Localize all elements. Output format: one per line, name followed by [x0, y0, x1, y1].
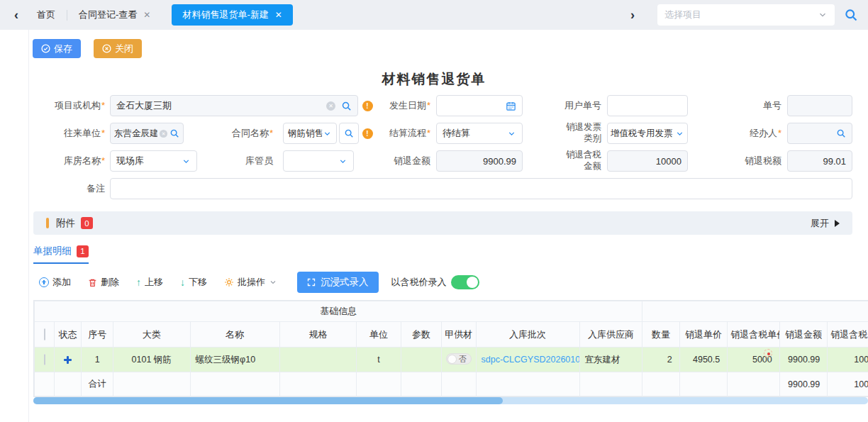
row-supplier-cell[interactable]: 宜东建材: [579, 348, 642, 372]
tabs-scroll-left-icon[interactable]: ‹: [7, 0, 26, 30]
amount-value: 9900.99: [483, 156, 516, 167]
tax-entry-toggle[interactable]: [451, 275, 479, 289]
header-status: 状态: [55, 322, 82, 348]
header-owner-supplied: 甲供材: [442, 322, 476, 348]
checkbox-icon[interactable]: [44, 354, 45, 365]
remark-field[interactable]: [110, 178, 852, 199]
date-field[interactable]: [436, 95, 523, 116]
table-group-header-row: 基础信息: [35, 301, 868, 322]
required-star: *: [427, 128, 430, 138]
amount-field: 9900.99: [436, 150, 523, 172]
header-name: 名称: [190, 322, 279, 348]
batch-operation-button[interactable]: 批操作: [224, 276, 277, 289]
tab-contract-view[interactable]: 合同登记-查看 ✕: [67, 0, 162, 30]
search-icon[interactable]: [844, 8, 858, 22]
invoice-type-select[interactable]: 增值税专用发票: [607, 123, 688, 144]
tab-close-icon[interactable]: ✕: [275, 10, 282, 20]
search-icon[interactable]: [341, 101, 352, 111]
tab-detail-lines[interactable]: 单据明细 1: [33, 245, 89, 264]
scrollbar-thumb[interactable]: [33, 397, 503, 404]
attachment-bar[interactable]: 附件 0 展开: [33, 211, 852, 235]
contract-select[interactable]: 钢筋销售: [283, 123, 337, 144]
row-amount-tax-cell[interactable]: 10000: [828, 348, 868, 372]
expand-label: 展开: [811, 217, 829, 230]
search-icon[interactable]: [836, 128, 846, 138]
contract-search-button[interactable]: [339, 123, 359, 144]
amount-label: 销退金额: [377, 155, 436, 167]
close-button[interactable]: 关闭: [94, 39, 142, 58]
edited-marker-icon: [764, 349, 772, 357]
table-row[interactable]: 1 0101 钢筋 螺纹三级钢φ10 t 否 sdpc-CLCGYSD20260…: [35, 348, 868, 372]
user-no-field[interactable]: [607, 95, 688, 116]
row-batch-cell[interactable]: sdpc-CLCGYSD2026010: [476, 348, 579, 372]
check-circle-icon: [41, 44, 50, 53]
tabs-scroll-right-icon[interactable]: ›: [623, 0, 642, 30]
header-price: 销退单价: [679, 322, 727, 348]
project-select[interactable]: 选择项目: [657, 4, 835, 26]
plus-status-icon[interactable]: [64, 356, 72, 364]
delete-row-button[interactable]: 删除: [88, 276, 119, 289]
calendar-icon[interactable]: [506, 101, 516, 111]
gear-icon: [224, 277, 234, 287]
form-row-2: 往来单位* 东营金辰建 ✕ 合同名称* 钢筋销售 ! 结算流程* 待结算 销退发…: [0, 123, 868, 144]
row-price-tax-cell[interactable]: 5000: [728, 348, 780, 372]
arrow-up-icon: ↑: [136, 277, 141, 288]
owner-supplied-toggle[interactable]: 否: [446, 353, 472, 365]
row-spec-cell[interactable]: [279, 348, 357, 372]
tab-material-return-new[interactable]: 材料销售退货单-新建 ✕: [172, 4, 292, 26]
settle-select[interactable]: 待结算: [436, 123, 523, 144]
row-select-cell[interactable]: [35, 348, 55, 372]
row-seq-cell: 1: [82, 348, 113, 372]
info-icon[interactable]: !: [362, 101, 373, 111]
header-select-all[interactable]: [35, 322, 55, 348]
row-category-cell[interactable]: 0101 钢筋: [113, 348, 190, 372]
clear-icon[interactable]: ✕: [326, 101, 335, 111]
chevron-down-icon: [675, 129, 684, 138]
group-header-empty: [642, 301, 868, 322]
total-amount-cell: 9900.99: [779, 372, 827, 396]
project-field[interactable]: 金石大厦三期 ✕: [110, 95, 358, 116]
page-title: 材料销售退货单: [0, 70, 868, 89]
tab-close-icon[interactable]: ✕: [143, 10, 150, 20]
row-param-cell[interactable]: [401, 348, 441, 372]
counterparty-label: 往来单位*: [0, 128, 110, 139]
invoice-type-value: 增值税专用发票: [611, 128, 673, 140]
handler-field[interactable]: [787, 123, 852, 144]
move-up-label: 上移: [145, 276, 163, 289]
counterparty-field[interactable]: 东营金辰建 ✕: [110, 123, 184, 144]
tax-value: 99.01: [823, 156, 846, 167]
keeper-label: 库管员: [197, 155, 278, 167]
move-down-button[interactable]: ↓ 下移: [180, 276, 207, 289]
toggle-knob: [447, 355, 457, 364]
warehouse-select[interactable]: 现场库: [110, 150, 197, 172]
save-button[interactable]: 保存: [33, 39, 81, 58]
row-unit-cell[interactable]: t: [357, 348, 401, 372]
delete-row-label: 删除: [101, 276, 119, 289]
move-up-button[interactable]: ↑ 上移: [136, 276, 163, 289]
immersive-entry-button[interactable]: 沉浸式录入: [297, 272, 379, 293]
row-owner-supplied-cell[interactable]: 否: [442, 348, 476, 372]
add-row-button[interactable]: 添加: [39, 276, 71, 289]
search-icon[interactable]: [169, 128, 179, 138]
row-name-cell[interactable]: 螺纹三级钢φ10: [190, 348, 279, 372]
tax-field: 99.01: [787, 150, 852, 172]
row-price-cell[interactable]: 4950.5: [679, 348, 727, 372]
clear-icon[interactable]: ✕: [160, 129, 167, 137]
row-qty-cell[interactable]: 2: [642, 348, 679, 372]
row-status-cell[interactable]: [55, 348, 82, 372]
batch-link[interactable]: sdpc-CLCGYSD2026010: [482, 355, 580, 365]
total-label-cell: 合计: [82, 372, 113, 396]
checkbox-icon[interactable]: [44, 328, 45, 340]
row-amount-cell[interactable]: 9900.99: [779, 348, 827, 372]
info-icon[interactable]: !: [362, 128, 373, 139]
project-select-placeholder: 选择项目: [664, 9, 701, 21]
chevron-down-icon: [338, 157, 347, 166]
expand-button[interactable]: 展开: [811, 217, 840, 230]
keeper-select[interactable]: [283, 150, 354, 172]
chevron-down-icon: [269, 278, 277, 287]
chevron-down-icon: [818, 10, 828, 20]
form-row-4: 备注: [0, 178, 868, 199]
chevron-down-icon: [323, 129, 332, 138]
horizontal-scrollbar[interactable]: [33, 397, 868, 404]
tab-home[interactable]: 首页: [26, 0, 67, 30]
